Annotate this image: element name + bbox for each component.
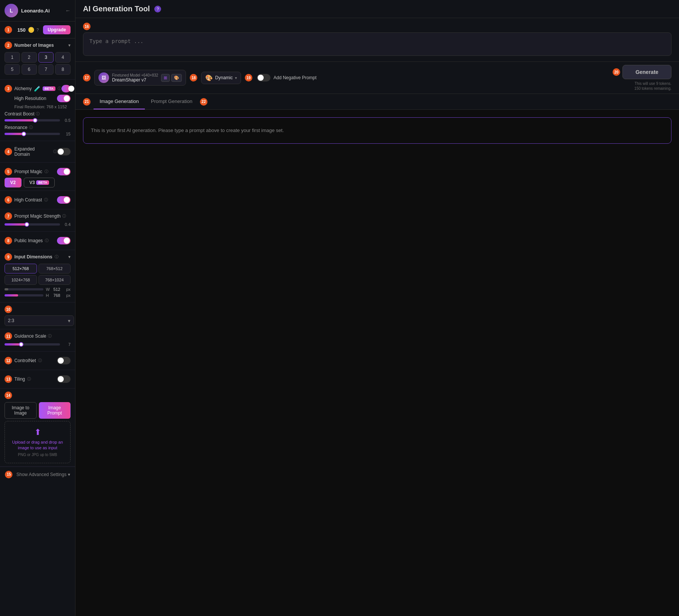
num-images-section: 2 Number of Images ▾ 1 2 3 4 5 6 7 8 xyxy=(0,38,75,80)
model-grid-icon[interactable]: ⊞ xyxy=(161,74,170,82)
pm-v2-button[interactable]: V2 xyxy=(5,178,22,187)
token-help-icon[interactable]: ? xyxy=(37,28,39,32)
tab-image-generation[interactable]: Image Generation xyxy=(94,94,145,109)
circle-9: 9 xyxy=(5,253,12,261)
input-dimensions-info-icon[interactable]: ⓘ xyxy=(55,254,58,260)
pm-strength-info-icon[interactable]: ⓘ xyxy=(62,214,66,219)
pm-v3-button[interactable]: V3 BETA xyxy=(24,178,55,187)
controlnet-info-icon[interactable]: ⓘ xyxy=(38,358,42,363)
prompt-input[interactable] xyxy=(83,32,671,56)
num-btn-6[interactable]: 6 xyxy=(22,64,37,75)
guidance-scale-info-icon[interactable]: ⓘ xyxy=(48,333,52,339)
prompt-magic-toggle[interactable] xyxy=(57,168,71,175)
height-slider-row: H 768 px xyxy=(5,293,71,298)
image-prompt-tab[interactable]: Image Prompt xyxy=(39,402,71,419)
pm-strength-label: Prompt Magic Strength ⓘ xyxy=(14,214,66,219)
circle-6: 6 xyxy=(5,196,12,204)
expanded-domain-section: 4 Expanded Domain ⓘ xyxy=(0,141,75,163)
circle-5: 5 xyxy=(5,168,12,175)
width-slider[interactable] xyxy=(5,288,43,290)
alchemy-toggle[interactable] xyxy=(61,85,71,92)
high-contrast-info-icon[interactable]: ⓘ xyxy=(44,197,48,203)
upload-link-text[interactable]: Upload or drag and drop xyxy=(12,440,57,444)
tiling-section: 13 Tiling ⓘ xyxy=(0,370,75,389)
tab-prompt-generation[interactable]: Prompt Generation xyxy=(145,94,198,109)
controlnet-toggle[interactable] xyxy=(57,357,71,364)
num-images-grid: 1 2 3 4 xyxy=(5,52,71,63)
high-contrast-toggle[interactable] xyxy=(57,196,71,204)
num-btn-7[interactable]: 7 xyxy=(38,64,54,75)
model-selector[interactable]: 🖼 Finetuned Model +640×832 DreamShaper v… xyxy=(94,70,186,86)
model-name: DreamShaper v7 xyxy=(112,77,158,83)
height-slider[interactable] xyxy=(5,294,43,296)
controls-bar: 17 🖼 Finetuned Model +640×832 DreamShape… xyxy=(75,62,679,94)
aspect-ratio-select[interactable]: 2:3 1:1 16:9 9:16 4:3 3:4 xyxy=(5,315,74,326)
upload-text: Upload or drag and drop an image to use … xyxy=(9,439,66,451)
public-images-toggle[interactable] xyxy=(57,237,71,244)
dim-preset-grid: 512×768 768×512 1024×768 768×1024 xyxy=(5,264,71,285)
tokens-area: 1 150 🪙 ? Upgrade xyxy=(0,22,75,38)
generate-button[interactable]: Generate xyxy=(622,65,671,79)
high-contrast-row: 6 High Contrast ⓘ xyxy=(5,196,71,204)
circle-17: 17 xyxy=(83,74,91,81)
num-btn-3[interactable]: 3 xyxy=(38,52,54,63)
token-icon: 🪙 xyxy=(28,27,34,33)
circle-15: 15 xyxy=(5,471,12,478)
input-dimensions-collapse-icon[interactable]: ▾ xyxy=(68,254,71,260)
style-selector[interactable]: 🎨 Dynamic ▾ xyxy=(201,72,241,84)
alchemy-info-icon[interactable]: ⓘ xyxy=(58,86,61,91)
resonance-slider[interactable] xyxy=(5,133,60,135)
num-btn-4[interactable]: 4 xyxy=(55,52,71,63)
dim-btn-768x1024[interactable]: 768×1024 xyxy=(38,275,71,285)
upload-dropzone[interactable]: ⬆ Upload or drag and drop an image to us… xyxy=(5,421,71,463)
aspect-ratio-section: 10 2:3 1:1 16:9 9:16 4:3 3:4 ▾ xyxy=(0,303,75,329)
tiling-toggle[interactable] xyxy=(57,375,71,383)
num-btn-5[interactable]: 5 xyxy=(5,64,20,75)
public-images-info-icon[interactable]: ⓘ xyxy=(45,238,49,243)
prompt-magic-section: 5 Prompt Magic ⓘ V2 V3 BETA xyxy=(0,163,75,191)
dim-btn-512x768[interactable]: 512×768 xyxy=(5,264,37,273)
collapse-sidebar-button[interactable]: ← xyxy=(65,8,71,14)
dim-btn-1024x768[interactable]: 1024×768 xyxy=(5,275,37,285)
show-advanced-settings[interactable]: 15 Show Advanced Settings ▾ xyxy=(0,467,75,482)
guidance-scale-slider[interactable] xyxy=(5,343,60,346)
expanded-domain-toggle[interactable] xyxy=(57,148,71,155)
guidance-scale-label: Guidance Scale ⓘ xyxy=(14,333,52,339)
style-icon: 🎨 xyxy=(205,74,213,81)
alchemy-beta: BETA xyxy=(43,86,55,91)
num-btn-1[interactable]: 1 xyxy=(5,52,20,63)
resonance-info-icon[interactable]: ⓘ xyxy=(29,125,33,130)
prompt-magic-info-icon[interactable]: ⓘ xyxy=(45,169,48,174)
image-to-image-tab[interactable]: Image to Image xyxy=(5,402,37,419)
width-fill xyxy=(5,288,8,290)
token-count: 150 xyxy=(17,27,26,33)
upgrade-button[interactable]: Upgrade xyxy=(43,25,71,34)
dim-btn-768x512[interactable]: 768×512 xyxy=(38,264,71,273)
expanded-domain-info-icon[interactable]: ⓘ xyxy=(53,149,57,154)
model-palette-icon[interactable]: 🎨 xyxy=(171,74,182,82)
num-btn-2[interactable]: 2 xyxy=(22,52,37,63)
high-resolution-toggle[interactable] xyxy=(57,95,71,102)
pm-strength-slider[interactable] xyxy=(5,223,60,226)
contrast-boost-slider-row: 0.5 xyxy=(5,118,71,123)
alchemy-section: 3 Alchemy 🧪 BETA ⓘ High Resolution Final… xyxy=(0,80,75,141)
negative-prompt-toggle[interactable] xyxy=(257,74,270,81)
circle-16: 16 xyxy=(83,23,91,30)
contrast-boost-slider[interactable] xyxy=(5,119,60,121)
controlnet-row: 12 ControlNet ⓘ xyxy=(5,357,71,364)
circle-11: 11 xyxy=(5,332,12,340)
num-btn-8[interactable]: 8 xyxy=(55,64,71,75)
page-title: AI Generation Tool xyxy=(83,5,150,13)
tiling-info-icon[interactable]: ⓘ xyxy=(27,376,31,382)
num-images-grid-2: 5 6 7 8 xyxy=(5,64,71,75)
width-slider-row: W 512 px xyxy=(5,287,71,292)
sidebar: L Leonardo.Ai ← 1 150 🪙 ? Upgrade 2 Numb… xyxy=(0,0,75,616)
model-action-icons: ⊞ 🎨 xyxy=(161,74,182,82)
num-images-collapse-icon[interactable]: ▾ xyxy=(68,43,71,48)
contrast-boost-info-icon[interactable]: ⓘ xyxy=(36,111,40,117)
page-help-icon[interactable]: ? xyxy=(154,6,161,12)
sidebar-header: L Leonardo.Ai ← xyxy=(0,0,75,22)
final-resolution-label: Final Resolution: 768 x 1152 xyxy=(14,104,71,109)
alchemy-label: Alchemy xyxy=(14,86,32,91)
width-value: 512 xyxy=(53,287,64,292)
